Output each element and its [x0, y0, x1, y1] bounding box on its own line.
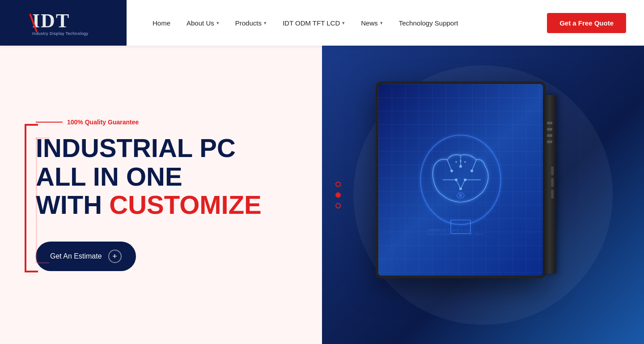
svg-line-7 [472, 160, 476, 171]
svg-text:Industry Display Technology: Industry Display Technology [32, 31, 88, 36]
cta-label: Get a Free Quote [559, 19, 614, 27]
svg-point-16 [464, 178, 466, 181]
svg-point-20 [455, 161, 457, 163]
svg-point-14 [470, 170, 473, 172]
hero-section: 100% Quality Guarantee INDUSTRIAL PC ALL… [0, 46, 644, 344]
hero-title-line2: ALL IN ONE [36, 162, 182, 191]
brain-display-icon: 5589001110 514495 5 533 0599 5 53590 010… [402, 122, 519, 238]
quality-badge: 100% Quality Guarantee [36, 119, 295, 126]
get-estimate-button[interactable]: Get An Estimate + [36, 242, 136, 271]
monitor-ports [547, 122, 552, 143]
estimate-label: Get An Estimate [50, 252, 102, 260]
hero-right: 5589001110 514495 5 533 0599 5 53590 010… [322, 46, 644, 344]
svg-point-17 [459, 187, 462, 190]
monitor-side [543, 95, 556, 274]
nav-links: Home About Us ▾ Products ▾ IDT ODM TFT L… [127, 0, 547, 46]
hero-title-line3-highlight: CUSTOMIZE [109, 190, 262, 219]
nav-products-label: Products [235, 19, 262, 27]
bracket-inner-left [36, 137, 38, 263]
bracket-left [25, 124, 27, 272]
logo-svg: IDT Industry Display Technology [28, 7, 99, 38]
svg-text:0599 5 53590 0100 534701 34175: 0599 5 53590 0100 534701 34175 [427, 233, 483, 236]
port-1 [547, 122, 552, 124]
nav-news[interactable]: News ▾ [353, 0, 391, 46]
hero-title-line3-prefix: WITH [36, 190, 109, 219]
hero-left: 100% Quality Guarantee INDUSTRIAL PC ALL… [0, 46, 322, 344]
about-chevron-icon: ▾ [216, 20, 219, 26]
slide-dot-3[interactable] [335, 203, 341, 208]
get-quote-button[interactable]: Get a Free Quote [547, 13, 626, 33]
nav-idt-odm[interactable]: IDT ODM TFT LCD ▾ [275, 0, 353, 46]
monitor-screen: 5589001110 514495 5 533 0599 5 53590 010… [378, 84, 543, 276]
mbutton-3 [551, 190, 554, 199]
svg-point-13 [450, 170, 453, 172]
svg-point-22 [460, 160, 462, 162]
plus-icon: + [108, 250, 122, 263]
bracket-inner-top [36, 137, 49, 140]
nav-about[interactable]: About Us ▾ [178, 0, 227, 46]
hero-title: INDUSTRIAL PC ALL IN ONE WITH CUSTOMIZE [36, 134, 295, 219]
svg-line-11 [461, 180, 465, 189]
logo-container[interactable]: IDT Industry Display Technology [0, 0, 127, 46]
odm-chevron-icon: ▾ [342, 20, 345, 26]
slide-dots [335, 182, 341, 208]
port-3 [547, 134, 552, 137]
mbutton-1 [551, 166, 554, 175]
svg-point-19 [459, 194, 462, 197]
svg-point-12 [459, 165, 462, 168]
nav-about-label: About Us [186, 19, 214, 27]
nav-tech-support[interactable]: Technology Support [391, 0, 466, 46]
bracket-bottom [25, 270, 38, 272]
nav-products[interactable]: Products ▾ [227, 0, 275, 46]
port-4 [547, 140, 552, 143]
svg-text:IDT: IDT [32, 10, 70, 32]
svg-line-10 [456, 180, 461, 189]
nav-home-label: Home [153, 19, 170, 27]
mbutton-2 [551, 178, 554, 187]
slide-dot-1[interactable] [335, 182, 341, 187]
monitor-buttons [551, 166, 554, 199]
quality-text: 100% Quality Guarantee [67, 119, 139, 126]
hero-title-line1: INDUSTRIAL PC [36, 133, 236, 162]
nav-idt-odm-label: IDT ODM TFT LCD [283, 19, 340, 27]
port-2 [547, 128, 552, 131]
bracket-inner-bottom [36, 261, 49, 263]
svg-text:5589001110 514495 5 533: 5589001110 514495 5 533 [427, 229, 470, 232]
svg-line-6 [447, 160, 452, 171]
monitor-front: 5589001110 514495 5 533 0599 5 53590 010… [376, 81, 546, 278]
news-chevron-icon: ▾ [380, 20, 383, 26]
nav-home[interactable]: Home [144, 0, 178, 46]
svg-point-15 [455, 178, 458, 181]
slide-dot-2[interactable] [335, 192, 341, 198]
nav-tech-support-label: Technology Support [399, 19, 458, 27]
products-chevron-icon: ▾ [264, 20, 267, 26]
navbar: IDT Industry Display Technology Home Abo… [0, 0, 644, 46]
quality-line-icon [36, 122, 63, 123]
svg-point-21 [464, 161, 466, 163]
nav-news-label: News [361, 19, 378, 27]
